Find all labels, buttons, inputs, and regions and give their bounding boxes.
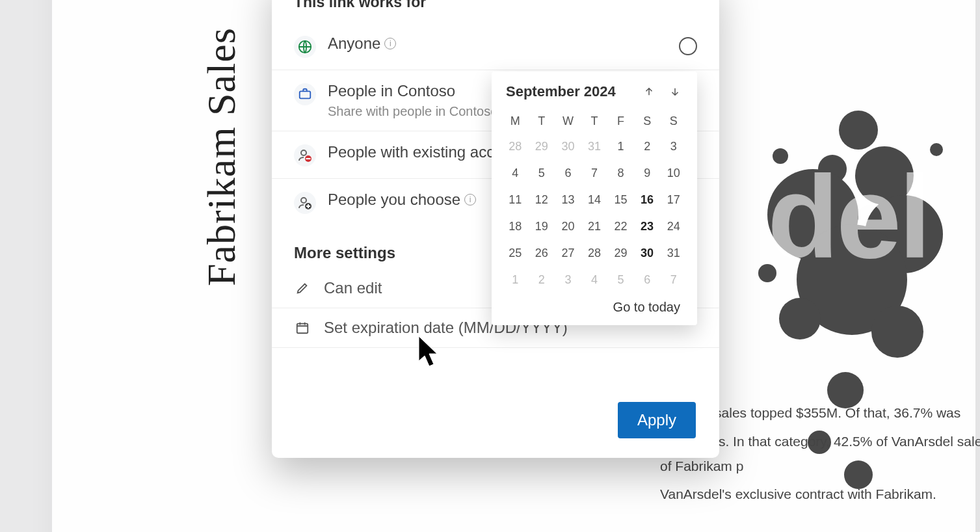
globe-icon <box>294 36 316 58</box>
calendar-day[interactable]: 1 <box>607 133 634 160</box>
calendar-day[interactable]: 28 <box>581 240 608 267</box>
calendar-dow: S <box>660 109 687 133</box>
calendar-day[interactable]: 27 <box>555 240 581 267</box>
calendar-day[interactable]: 5 <box>607 267 634 293</box>
date-picker-popover: September 2024 MTWTFSS282930311234567891… <box>492 72 697 325</box>
calendar-day[interactable]: 5 <box>529 160 555 187</box>
calendar-day[interactable]: 14 <box>581 187 608 213</box>
option-org-label: People in Contoso <box>328 82 455 100</box>
calendar-day[interactable]: 29 <box>607 240 634 267</box>
calendar-day[interactable]: 7 <box>581 160 608 187</box>
calendar-day[interactable]: 31 <box>581 133 608 160</box>
permission-level-label: Can edit <box>324 279 382 297</box>
calendar-day[interactable]: 8 <box>607 160 634 187</box>
calendar-day[interactable]: 26 <box>529 240 555 267</box>
calendar-day[interactable]: 18 <box>502 213 529 240</box>
document-vertical-title: Fabrikam Sales <box>198 27 245 286</box>
go-to-today-link[interactable]: Go to today <box>502 300 687 315</box>
calendar-day[interactable]: 24 <box>660 213 687 240</box>
calendar-day[interactable]: 16 <box>634 187 661 213</box>
person-add-icon <box>294 192 316 214</box>
calendar-dow: T <box>529 109 555 133</box>
calendar-day[interactable]: 3 <box>555 267 581 293</box>
calendar-icon <box>294 319 311 336</box>
pencil-icon <box>294 280 311 297</box>
option-anyone[interactable]: Anyone i <box>272 23 719 70</box>
calendar-dow: F <box>607 109 634 133</box>
svg-point-7 <box>871 306 923 358</box>
background-wordmark: del <box>767 150 929 284</box>
calendar-day[interactable]: 4 <box>581 267 608 293</box>
calendar-day[interactable]: 12 <box>529 187 555 213</box>
calendar-day[interactable]: 30 <box>555 133 581 160</box>
calendar-day[interactable]: 19 <box>529 213 555 240</box>
svg-point-6 <box>779 298 821 339</box>
calendar-grid: MTWTFSS282930311234567891011121314151617… <box>502 109 687 293</box>
calendar-dow: S <box>634 109 661 133</box>
svg-point-0 <box>839 111 878 150</box>
option-choose-label: People you choose <box>328 191 460 209</box>
svg-point-19 <box>301 198 306 203</box>
calendar-day[interactable]: 30 <box>634 240 661 267</box>
calendar-day[interactable]: 31 <box>660 240 687 267</box>
calendar-dow: M <box>502 109 529 133</box>
calendar-day[interactable]: 13 <box>555 187 581 213</box>
person-blocked-icon <box>294 144 316 166</box>
calendar-month-label[interactable]: September 2024 <box>506 83 616 100</box>
radio-anyone[interactable] <box>679 37 697 55</box>
calendar-day[interactable]: 29 <box>529 133 555 160</box>
calendar-day[interactable]: 22 <box>607 213 634 240</box>
calendar-day[interactable]: 10 <box>660 160 687 187</box>
svg-point-16 <box>301 150 306 155</box>
link-scope-heading: This link works for <box>272 0 719 11</box>
prev-month-button[interactable] <box>641 84 657 100</box>
calendar-day[interactable]: 2 <box>529 267 555 293</box>
calendar-day[interactable]: 20 <box>555 213 581 240</box>
apply-button[interactable]: Apply <box>618 402 696 438</box>
calendar-day[interactable]: 9 <box>634 160 661 187</box>
calendar-day[interactable]: 6 <box>634 267 661 293</box>
briefcase-icon <box>294 83 316 105</box>
calendar-day[interactable]: 28 <box>502 133 529 160</box>
calendar-day[interactable]: 25 <box>502 240 529 267</box>
svg-rect-15 <box>300 91 311 98</box>
calendar-day[interactable]: 2 <box>634 133 661 160</box>
calendar-day[interactable]: 21 <box>581 213 608 240</box>
calendar-dow: W <box>555 109 581 133</box>
calendar-day[interactable]: 3 <box>660 133 687 160</box>
option-anyone-label: Anyone <box>328 34 380 53</box>
next-month-button[interactable] <box>667 84 683 100</box>
svg-rect-21 <box>297 324 308 334</box>
calendar-day[interactable]: 6 <box>555 160 581 187</box>
info-icon: i <box>464 194 476 206</box>
calendar-day[interactable]: 4 <box>502 160 529 187</box>
option-existing-label: People with existing access <box>328 143 518 161</box>
calendar-day[interactable]: 1 <box>502 267 529 293</box>
calendar-day[interactable]: 23 <box>634 213 661 240</box>
info-icon: i <box>384 38 396 49</box>
svg-rect-18 <box>306 158 311 159</box>
svg-point-12 <box>930 143 943 156</box>
calendar-day[interactable]: 7 <box>660 267 687 293</box>
calendar-day[interactable]: 15 <box>607 187 634 213</box>
calendar-dow: T <box>581 109 608 133</box>
calendar-day[interactable]: 17 <box>660 187 687 213</box>
calendar-day[interactable]: 11 <box>502 187 529 213</box>
